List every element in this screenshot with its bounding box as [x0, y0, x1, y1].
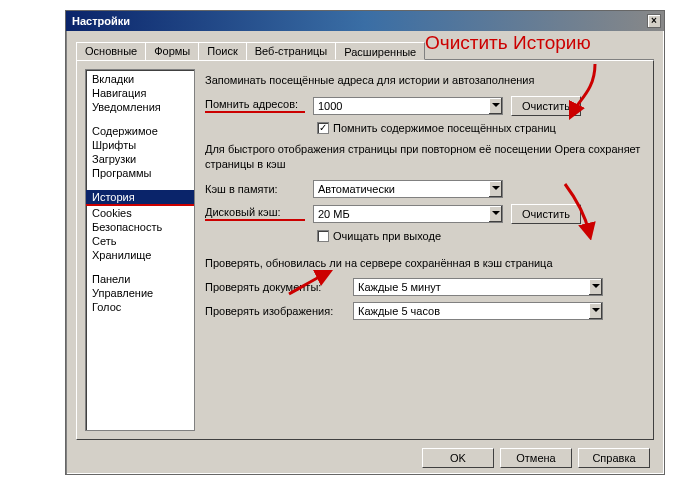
sidebar-item-security[interactable]: Безопасность	[86, 220, 194, 234]
sidebar-item-content[interactable]: Содержимое	[86, 124, 194, 138]
sidebar-item-tabs[interactable]: Вкладки	[86, 72, 194, 86]
sidebar-item-voice[interactable]: Голос	[86, 300, 194, 314]
address-label: Помнить адресов:	[205, 98, 305, 113]
window-title: Настройки	[72, 15, 130, 27]
sidebar-item-downloads[interactable]: Загрузки	[86, 152, 194, 166]
panel: Вкладки Навигация Уведомления Содержимое…	[76, 60, 654, 440]
mem-cache-value: Автоматически	[314, 183, 488, 195]
chevron-down-icon[interactable]	[488, 206, 502, 222]
ok-button[interactable]: OK	[422, 448, 494, 468]
check-intro: Проверять, обновилась ли на сервере сохр…	[205, 256, 645, 271]
sidebar-item-history[interactable]: История	[86, 190, 194, 206]
clear-on-exit-checkbox[interactable]: Очищать при выходе	[317, 230, 441, 242]
chevron-down-icon[interactable]	[488, 181, 502, 197]
disk-cache-value: 20 МБ	[314, 208, 488, 220]
cancel-button[interactable]: Отмена	[500, 448, 572, 468]
clear-history-button[interactable]: Очистить	[511, 96, 581, 116]
titlebar: Настройки ×	[66, 11, 664, 31]
check-docs-value: Каждые 5 минут	[354, 281, 588, 293]
tab-webpages[interactable]: Веб-страницы	[246, 42, 337, 60]
sidebar-item-notifications[interactable]: Уведомления	[86, 100, 194, 114]
chevron-down-icon[interactable]	[588, 303, 602, 319]
client-area: Основные Формы Поиск Веб-страницы Расшир…	[66, 31, 664, 474]
intro-text: Запоминать посещённые адреса для истории…	[205, 73, 645, 88]
help-button[interactable]: Справка	[578, 448, 650, 468]
sidebar-item-fonts[interactable]: Шрифты	[86, 138, 194, 152]
chevron-down-icon[interactable]	[588, 279, 602, 295]
sidebar-item-programs[interactable]: Программы	[86, 166, 194, 180]
address-count-select[interactable]: 1000	[313, 97, 503, 115]
chevron-down-icon[interactable]	[488, 98, 502, 114]
close-button[interactable]: ×	[647, 14, 661, 28]
mem-cache-label: Кэш в памяти:	[205, 183, 305, 195]
sidebar-item-manage[interactable]: Управление	[86, 286, 194, 300]
check-imgs-label: Проверять изображения:	[205, 305, 345, 317]
dialog-buttons: OK Отмена Справка	[76, 440, 654, 468]
checkbox-box	[317, 230, 329, 242]
remember-content-checkbox[interactable]: ✓ Помнить содержимое посещённых страниц	[317, 122, 556, 134]
mem-cache-select[interactable]: Автоматически	[313, 180, 503, 198]
sidebar-item-panels[interactable]: Панели	[86, 272, 194, 286]
sidebar-item-cookies[interactable]: Cookies	[86, 206, 194, 220]
address-count-value: 1000	[314, 100, 488, 112]
check-docs-select[interactable]: Каждые 5 минут	[353, 278, 603, 296]
tab-advanced[interactable]: Расширенные	[335, 42, 425, 60]
disk-cache-select[interactable]: 20 МБ	[313, 205, 503, 223]
tabs: Основные Формы Поиск Веб-страницы Расшир…	[76, 41, 654, 60]
sidebar-item-storage[interactable]: Хранилище	[86, 248, 194, 262]
sidebar-item-navigation[interactable]: Навигация	[86, 86, 194, 100]
clear-on-exit-label: Очищать при выходе	[333, 230, 441, 242]
checkbox-box: ✓	[317, 122, 329, 134]
tab-forms[interactable]: Формы	[145, 42, 199, 60]
tab-search[interactable]: Поиск	[198, 42, 246, 60]
check-imgs-value: Каждые 5 часов	[354, 305, 588, 317]
check-docs-label: Проверять документы:	[205, 281, 345, 293]
remember-content-label: Помнить содержимое посещённых страниц	[333, 122, 556, 134]
clear-cache-button[interactable]: Очистить	[511, 204, 581, 224]
content: Запоминать посещённые адреса для истории…	[205, 69, 645, 431]
sidebar: Вкладки Навигация Уведомления Содержимое…	[85, 69, 195, 431]
sidebar-item-network[interactable]: Сеть	[86, 234, 194, 248]
disk-cache-label: Дисковый кэш:	[205, 206, 305, 221]
check-imgs-select[interactable]: Каждые 5 часов	[353, 302, 603, 320]
tab-basic[interactable]: Основные	[76, 42, 146, 60]
cache-explain: Для быстрого отображения страницы при по…	[205, 142, 645, 172]
settings-window: Настройки × Основные Формы Поиск Веб-стр…	[65, 10, 665, 475]
